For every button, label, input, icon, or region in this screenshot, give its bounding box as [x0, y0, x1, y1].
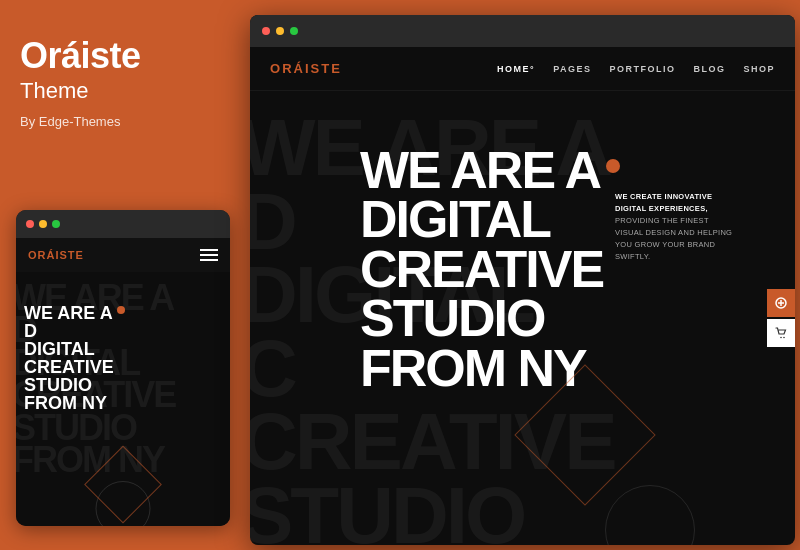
dot-green: [52, 220, 60, 228]
svg-point-4: [783, 337, 785, 339]
hero-line-1: WE ARE A: [360, 146, 600, 195]
dot-yellow: [39, 220, 47, 228]
desktop-dot-green: [290, 27, 298, 35]
desktop-top-bar: [250, 15, 795, 47]
desktop-hero: WE ARE A D DIGITAL C CREATIVE STUDIO FRO…: [250, 91, 795, 545]
nav-link-portfolio[interactable]: PORTFOLIO: [609, 64, 675, 74]
cart-button[interactable]: [767, 319, 795, 347]
mobile-hero-text: WE ARE A D DIGITAL CREATIVE STUDIO FROM …: [24, 304, 125, 412]
hero-side-paragraph: WE CREATE INNOVATIVE DIGITAL EXPERIENCES…: [615, 191, 735, 263]
mobile-preview: ORÁISTE WE ARE A D DIGITAL CREATIVE STUD…: [16, 210, 230, 526]
hero-line-3: CREATIVE: [360, 245, 620, 294]
cart-icon: [774, 326, 788, 340]
nav-link-pages[interactable]: PAGES: [553, 64, 591, 74]
hero-ghost-line-6: STUDIO: [250, 479, 615, 545]
hamburger-line-3: [200, 259, 218, 261]
hero-line-2: DIGITAL: [360, 195, 620, 244]
dot-red: [26, 220, 34, 228]
mobile-top-bar: [16, 210, 230, 238]
mobile-nav: ORÁISTE: [16, 238, 230, 272]
theme-title: Oráiste: [20, 36, 225, 76]
mobile-hero-line-1: WE ARE A: [24, 304, 113, 322]
hero-main-text: WE ARE A DIGITAL CREATIVE STUDIO FROM NY: [360, 146, 620, 393]
mobile-logo: ORÁISTE: [28, 249, 84, 261]
desktop-nav: ORÁISTE HOME° PAGES PORTFOLIO BLOG SHOP: [250, 47, 795, 91]
mobile-hero-line-3: DIGITAL: [24, 340, 125, 358]
mobile-hero-line-2: D: [24, 322, 125, 340]
share-icon: [774, 296, 788, 310]
desktop-side-buttons: [767, 289, 795, 347]
mobile-we-are-a-line: WE ARE A: [24, 304, 125, 322]
mobile-hero-line-5: STUDIO: [24, 376, 125, 394]
mobile-hero: WE ARE A D DIGITAL CREATIVE STUDIO FROM …: [16, 272, 230, 526]
hero-orange-dot: [606, 159, 620, 173]
hero-line-4: STUDIO: [360, 294, 620, 343]
desktop-logo-accent: O: [270, 61, 282, 76]
hero-we-are-a-line: WE ARE A: [360, 146, 620, 195]
desktop-dot-red: [262, 27, 270, 35]
theme-author: By Edge-Themes: [20, 114, 225, 129]
theme-subtitle: Theme: [20, 78, 225, 104]
hamburger-line-2: [200, 254, 218, 256]
desktop-nav-links: HOME° PAGES PORTFOLIO BLOG SHOP: [497, 64, 775, 74]
nav-link-blog[interactable]: BLOG: [693, 64, 725, 74]
mobile-logo-accent: O: [28, 249, 38, 261]
hamburger-line-1: [200, 249, 218, 251]
hero-side-text: WE CREATE INNOVATIVE DIGITAL EXPERIENCES…: [615, 191, 735, 263]
nav-link-home[interactable]: HOME°: [497, 64, 535, 74]
share-button[interactable]: [767, 289, 795, 317]
mobile-hero-line-4: CREATIVE: [24, 358, 125, 376]
mobile-hero-line-6: FROM NY: [24, 394, 125, 412]
nav-link-shop[interactable]: SHOP: [743, 64, 775, 74]
desktop-logo: ORÁISTE: [270, 61, 342, 76]
desktop-preview: ORÁISTE HOME° PAGES PORTFOLIO BLOG SHOP …: [250, 15, 795, 545]
mobile-orange-dot: [117, 306, 125, 314]
hero-circle-shape: [605, 485, 695, 545]
hamburger-icon[interactable]: [200, 249, 218, 261]
desktop-dot-yellow: [276, 27, 284, 35]
svg-point-3: [780, 337, 782, 339]
